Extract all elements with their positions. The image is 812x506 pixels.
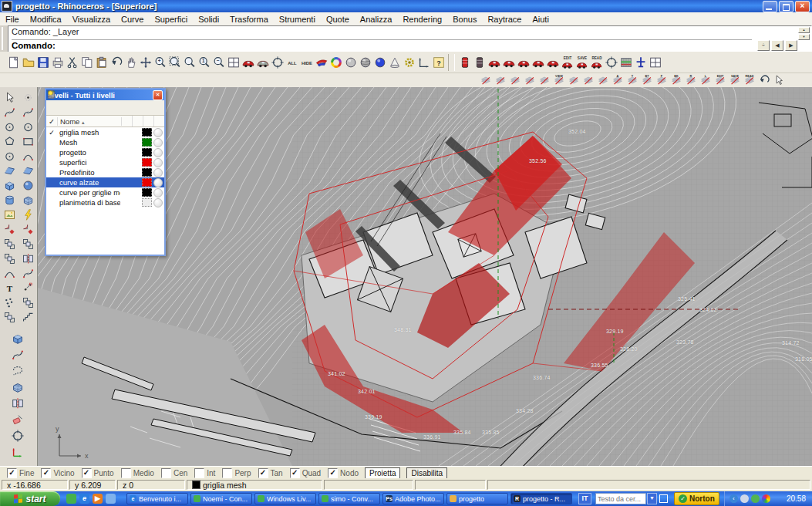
- menu-item-analizza[interactable]: Analizza: [355, 14, 398, 25]
- tool-loft-icon[interactable]: [9, 347, 26, 362]
- anim-edit-icon[interactable]: EDIT: [560, 55, 574, 70]
- anim-car-5-icon[interactable]: [545, 55, 560, 70]
- anim-grid-icon[interactable]: [618, 55, 633, 70]
- anim-save-icon[interactable]: SAVE: [574, 55, 589, 70]
- start-button[interactable]: start: [0, 491, 60, 506]
- tool-mesh-edit-icon[interactable]: [9, 380, 26, 394]
- layer-row[interactable]: Predefinito: [46, 167, 164, 177]
- match-layer-icon[interactable]: A: [129, 102, 140, 113]
- shaded-view-icon[interactable]: [343, 55, 358, 70]
- anim-target-icon[interactable]: [604, 55, 618, 70]
- render-preview-icon[interactable]: [255, 55, 270, 70]
- osnap-checkbox-nodo[interactable]: ✓: [328, 468, 338, 478]
- tool-stairs-icon[interactable]: [19, 310, 36, 325]
- layers-header-row[interactable]: ✓ Nome ▴: [46, 116, 164, 127]
- move-into-icon[interactable]: [106, 102, 116, 113]
- anim-car-2-icon[interactable]: [501, 55, 516, 70]
- tool-circle-diameter-icon[interactable]: [19, 120, 36, 134]
- osnap-int[interactable]: Int: [194, 468, 215, 478]
- move-down-icon[interactable]: ↓: [83, 102, 93, 113]
- layer-material-icon[interactable]: [153, 158, 163, 167]
- disabilita-button[interactable]: Disabilita: [406, 467, 447, 479]
- tool-curve-blend-icon[interactable]: [19, 266, 36, 281]
- tool-array-icon[interactable]: [1, 310, 18, 325]
- command-left-icon[interactable]: ◀: [771, 40, 783, 51]
- task-adobe-photo-[interactable]: PsAdobe Photo...: [382, 493, 444, 504]
- anim-car-1-icon[interactable]: [487, 55, 501, 70]
- cone-tool-icon[interactable]: [387, 55, 402, 70]
- show-all-icon[interactable]: ALL: [285, 55, 299, 70]
- tool-fillet-icon[interactable]: [1, 222, 18, 237]
- layer-color-swatch[interactable]: [142, 168, 152, 177]
- tool-split-curve-icon[interactable]: [19, 251, 36, 266]
- search-go-icon[interactable]: [659, 494, 668, 503]
- rotate-view-icon[interactable]: [138, 55, 153, 70]
- task-progetto-r-[interactable]: Rprogetto - R...: [510, 493, 572, 504]
- delete-layer-icon[interactable]: X: [59, 102, 70, 113]
- menu-item-strumenti[interactable]: Strumenti: [274, 14, 321, 25]
- messenger-status-icon[interactable]: [751, 494, 760, 503]
- osnap-cen[interactable]: Cen: [161, 468, 187, 478]
- filter-icon[interactable]: [94, 102, 105, 113]
- tool-ungroup-icon[interactable]: [19, 237, 36, 251]
- task-progetto[interactable]: progetto: [446, 493, 508, 504]
- mesh-2-icon[interactable]: [493, 73, 507, 88]
- move-out-icon[interactable]: [117, 102, 128, 113]
- osnap-medio[interactable]: Medio: [121, 468, 154, 478]
- menu-item-modifica[interactable]: Modifica: [25, 14, 67, 25]
- osnap-checkbox-cen[interactable]: [161, 468, 171, 478]
- layers-panel[interactable]: Livelli - Tutti i livelli × X↑↓A? ✓ Nome…: [45, 88, 166, 256]
- layer-row[interactable]: superfici: [46, 157, 164, 167]
- mesh-8-icon[interactable]: [595, 73, 610, 88]
- osnap-checkbox-punto[interactable]: ✓: [82, 468, 92, 478]
- mesh-1-icon[interactable]: [478, 73, 493, 88]
- security-center-icon[interactable]: ‹: [729, 494, 738, 503]
- layer-material-icon[interactable]: [153, 138, 163, 147]
- mesh-bk-icon[interactable]: BK: [669, 73, 683, 88]
- tool-point-icon[interactable]: [19, 90, 36, 105]
- undo-icon[interactable]: [109, 55, 123, 70]
- textured-view-icon[interactable]: [358, 55, 372, 70]
- hide-objects-icon[interactable]: HIDE: [299, 55, 314, 70]
- tool-surface-icon[interactable]: [1, 164, 18, 178]
- dimension-icon[interactable]: [416, 55, 431, 70]
- mesh-7-icon[interactable]: [581, 73, 595, 88]
- tool-box-icon[interactable]: [1, 178, 18, 193]
- tool-interp-curve-icon[interactable]: [19, 105, 36, 120]
- command-scroll-down-icon[interactable]: ▼: [798, 34, 810, 40]
- anim-plane-icon[interactable]: [633, 55, 648, 70]
- command-right-icon[interactable]: ▶: [785, 40, 797, 51]
- task-windows-liv-[interactable]: Windows Liv...: [254, 493, 316, 504]
- anim-read-icon[interactable]: READ: [589, 55, 604, 70]
- layer-color-swatch[interactable]: [142, 148, 152, 157]
- command-scroll-up-icon[interactable]: ▲: [798, 27, 810, 33]
- messenger-icon[interactable]: [66, 494, 76, 504]
- mesh-4-icon[interactable]: [522, 73, 537, 88]
- cut-icon[interactable]: [65, 55, 79, 70]
- layer-material-icon[interactable]: [153, 188, 163, 197]
- layer-row[interactable]: curve alzate: [46, 177, 164, 187]
- title-bar[interactable]: progetto - Rhinoceros - [Superiore] ×: [0, 0, 812, 12]
- tool-surface-corner-icon[interactable]: [19, 164, 36, 178]
- osnap-quad[interactable]: ✓Quad: [290, 468, 321, 478]
- osnap-checkbox-vicino[interactable]: ✓: [41, 468, 51, 478]
- bongo-dark-icon[interactable]: [472, 55, 487, 70]
- mesh-3-icon[interactable]: [507, 73, 522, 88]
- menu-item-quote[interactable]: Quote: [321, 14, 355, 25]
- print-icon[interactable]: [50, 55, 65, 70]
- tool-rectangle-icon[interactable]: [19, 134, 36, 149]
- osnap-checkbox-medio[interactable]: [121, 468, 131, 478]
- layer-material-icon[interactable]: [153, 198, 163, 207]
- mesh-read-icon[interactable]: READ: [742, 73, 756, 88]
- viewport-layout-icon[interactable]: [226, 55, 241, 70]
- menu-item-aiuti[interactable]: Aiuti: [527, 14, 554, 25]
- menu-item-curve[interactable]: Curve: [116, 14, 149, 25]
- anim-quad-icon[interactable]: [648, 55, 662, 70]
- panel-help-icon[interactable]: ?: [152, 102, 163, 113]
- search-dropdown-icon[interactable]: ▼: [647, 493, 657, 504]
- command-prompt[interactable]: Comando:: [12, 39, 752, 50]
- menu-item-rendering[interactable]: Rendering: [397, 14, 447, 25]
- tool-lightning-icon[interactable]: [19, 207, 36, 222]
- anim-car-3-icon[interactable]: [516, 55, 531, 70]
- paste-icon[interactable]: [94, 55, 109, 70]
